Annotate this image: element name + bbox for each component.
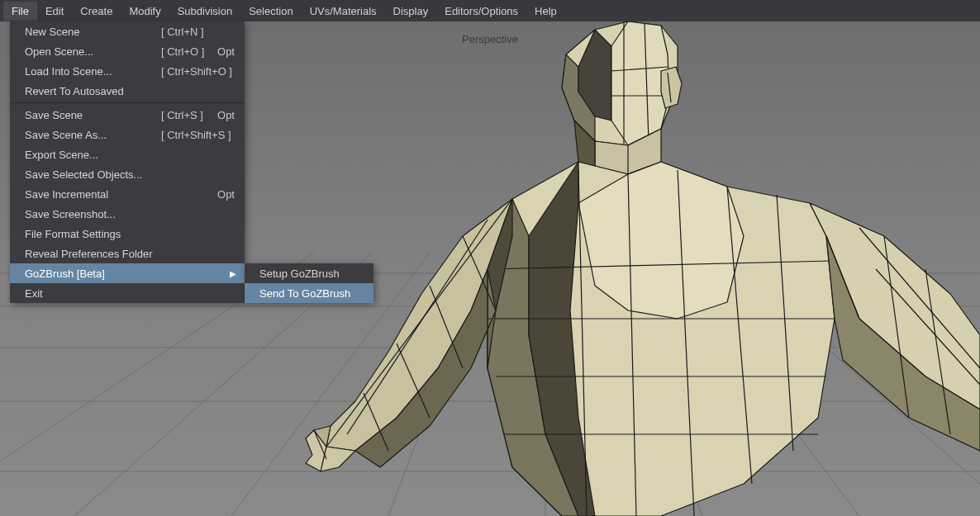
menu-item-label: Save Scene xyxy=(25,109,161,121)
menu-new-scene[interactable]: New Scene [ Ctrl+N ] xyxy=(10,21,245,41)
menu-item-label: Save Scene As... xyxy=(25,129,161,141)
menu-save-incremental[interactable]: Save Incremental Opt xyxy=(10,184,245,204)
menu-item-label: Export Scene... xyxy=(25,149,161,161)
menu-item-label: Send To GoZBrush xyxy=(259,287,350,300)
menu-item-label: Save Selected Objects... xyxy=(25,168,161,181)
menu-item-label: Save Incremental xyxy=(25,188,161,201)
menu-gozbrush[interactable]: GoZBrush [Beta] ▶ Setup GoZBrush Send To… xyxy=(10,263,245,283)
menu-file-format-settings[interactable]: File Format Settings xyxy=(10,224,245,244)
menu-send-to-gozbrush[interactable]: Send To GoZBrush xyxy=(245,283,373,303)
menu-save-scene-as[interactable]: Save Scene As... [ Ctrl+Shift+S ] xyxy=(10,125,245,144)
menu-item-label: Open Scene... xyxy=(25,45,161,58)
menu-editors-options[interactable]: Editors/Options xyxy=(436,2,526,21)
menu-item-label: Revert To Autosaved xyxy=(25,85,161,97)
menu-item-shortcut: [ Ctrl+N ] xyxy=(161,26,252,38)
menu-save-selected-objects[interactable]: Save Selected Objects... xyxy=(10,164,245,184)
menu-item-shortcut: [ Ctrl+S ] xyxy=(161,109,252,121)
menu-uvs-materials[interactable]: UVs/Materials xyxy=(302,2,385,21)
menu-item-shortcut: [ Ctrl+Shift+S ] xyxy=(161,129,252,141)
menu-create[interactable]: Create xyxy=(72,2,121,21)
menu-item-label: Reveal Preferences Folder xyxy=(25,248,161,260)
menu-export-scene[interactable]: Export Scene... xyxy=(10,144,245,164)
menu-file[interactable]: File xyxy=(3,2,37,21)
main-menubar: File Edit Create Modify Subdivision Sele… xyxy=(0,0,980,21)
menu-item-opt[interactable]: Opt xyxy=(217,45,235,58)
menu-item-label: File Format Settings xyxy=(25,228,161,240)
menu-setup-gozbrush[interactable]: Setup GoZBrush xyxy=(245,263,373,283)
menu-item-label: Load Into Scene... xyxy=(25,65,161,78)
menu-save-screenshot[interactable]: Save Screenshot... xyxy=(10,204,245,224)
menu-load-into-scene[interactable]: Load Into Scene... [ Ctrl+Shift+O ] xyxy=(10,61,245,81)
menu-item-label: New Scene xyxy=(25,26,161,38)
menu-revert-autosaved[interactable]: Revert To Autosaved xyxy=(10,81,245,101)
submenu-arrow-icon: ▶ xyxy=(230,269,236,278)
menu-modify[interactable]: Modify xyxy=(121,2,169,21)
menu-item-shortcut: [ Ctrl+Shift+O ] xyxy=(161,65,252,78)
menu-item-label: Exit xyxy=(25,287,161,300)
menu-item-label: Save Screenshot... xyxy=(25,208,161,220)
menu-selection[interactable]: Selection xyxy=(240,2,301,21)
file-dropdown: New Scene [ Ctrl+N ] Open Scene... [ Ctr… xyxy=(10,21,245,303)
menu-item-label: GoZBrush [Beta] xyxy=(25,267,161,280)
menu-exit[interactable]: Exit xyxy=(10,283,245,303)
menu-help[interactable]: Help xyxy=(526,2,565,21)
menu-item-shortcut: [ Ctrl+O ] xyxy=(161,45,252,58)
menu-separator xyxy=(10,102,245,103)
menu-reveal-preferences-folder[interactable]: Reveal Preferences Folder xyxy=(10,244,245,263)
menu-item-opt[interactable]: Opt xyxy=(217,188,235,201)
menu-edit[interactable]: Edit xyxy=(37,2,72,21)
menu-item-label: Setup GoZBrush xyxy=(259,267,340,280)
menu-save-scene[interactable]: Save Scene [ Ctrl+S ] Opt xyxy=(10,105,245,125)
menu-subdivision[interactable]: Subdivision xyxy=(169,2,241,21)
menu-open-scene[interactable]: Open Scene... [ Ctrl+O ] Opt xyxy=(10,41,245,61)
gozbrush-submenu: Setup GoZBrush Send To GoZBrush xyxy=(245,263,373,303)
menu-display[interactable]: Display xyxy=(385,2,437,21)
menu-item-opt[interactable]: Opt xyxy=(217,109,235,121)
